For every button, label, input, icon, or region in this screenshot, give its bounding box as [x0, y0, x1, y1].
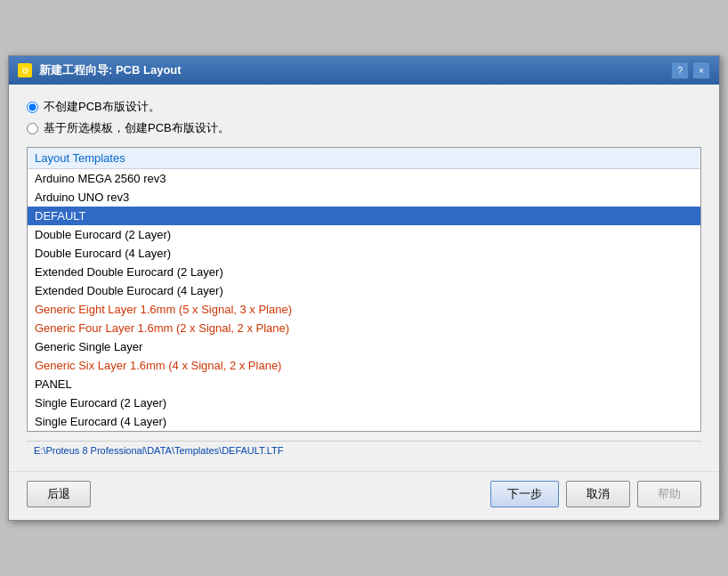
radio-from-template[interactable]: 基于所选模板，创建PCB布版设计。	[27, 120, 701, 136]
list-header: Layout Templates	[28, 148, 700, 169]
template-list-container[interactable]: Layout Templates Arduino MEGA 2560 rev3 …	[27, 147, 701, 432]
radio-no-pcb[interactable]: 不创建PCB布版设计。	[27, 99, 701, 115]
close-title-button[interactable]: ×	[692, 61, 710, 79]
list-item-single-eurocard-connector[interactable]: Single Eurocard with Connector	[28, 431, 700, 432]
radio-no-pcb-label: 不创建PCB布版设计。	[44, 99, 160, 115]
list-item-double-eurocard-4[interactable]: Double Eurocard (4 Layer)	[28, 244, 700, 263]
list-item-arduino-uno[interactable]: Arduino UNO rev3	[28, 188, 700, 207]
list-item-generic-six-layer[interactable]: Generic Six Layer 1.6mm (4 x Signal, 2 x…	[28, 356, 700, 375]
app-icon: ⚙	[18, 63, 32, 77]
back-button[interactable]: 后退	[27, 481, 91, 507]
help-button[interactable]: 帮助	[637, 481, 701, 507]
list-item-generic-eight-layer[interactable]: Generic Eight Layer 1.6mm (5 x Signal, 3…	[28, 300, 700, 319]
button-group-right: 下一步 取消 帮助	[490, 481, 701, 507]
list-item-double-eurocard-2[interactable]: Double Eurocard (2 Layer)	[28, 225, 700, 244]
radio-from-template-input[interactable]	[27, 123, 38, 134]
title-bar-controls: ? ×	[671, 61, 710, 79]
list-item-default[interactable]: DEFAULT	[28, 207, 700, 225]
next-button[interactable]: 下一步	[490, 481, 559, 507]
list-item-single-eurocard-2[interactable]: Single Eurocard (2 Layer)	[28, 393, 700, 412]
list-item-single-eurocard-4[interactable]: Single Eurocard (4 Layer)	[28, 412, 700, 431]
title-bar: ⚙ 新建工程向导: PCB Layout ? ×	[9, 56, 719, 85]
list-item-extended-double-eurocard-2[interactable]: Extended Double Eurocard (2 Layer)	[28, 263, 700, 281]
list-item-extended-double-eurocard-4[interactable]: Extended Double Eurocard (4 Layer)	[28, 281, 700, 300]
dialog-title: 新建工程向导: PCB Layout	[39, 62, 182, 78]
title-bar-left: ⚙ 新建工程向导: PCB Layout	[18, 62, 182, 78]
list-item-generic-single-layer[interactable]: Generic Single Layer	[28, 337, 700, 356]
list-item-panel[interactable]: PANEL	[28, 375, 700, 393]
radio-group: 不创建PCB布版设计。 基于所选模板，创建PCB布版设计。	[27, 99, 701, 136]
list-item-arduino-mega[interactable]: Arduino MEGA 2560 rev3	[28, 169, 700, 188]
radio-from-template-label: 基于所选模板，创建PCB布版设计。	[44, 120, 230, 136]
help-title-button[interactable]: ?	[671, 61, 689, 79]
radio-no-pcb-input[interactable]	[27, 101, 38, 113]
dialog-window: ⚙ 新建工程向导: PCB Layout ? × 不创建PCB布版设计。 基于所…	[8, 55, 720, 521]
cancel-button[interactable]: 取消	[566, 481, 630, 507]
dialog-body: 不创建PCB布版设计。 基于所选模板，创建PCB布版设计。 Layout Tem…	[9, 85, 719, 471]
button-group-left: 后退	[27, 481, 91, 507]
button-bar: 后退 下一步 取消 帮助	[9, 471, 719, 520]
status-path: E:\Proteus 8 Professional\DATA\Templates…	[27, 441, 701, 460]
list-item-generic-four-layer[interactable]: Generic Four Layer 1.6mm (2 x Signal, 2 …	[28, 319, 700, 337]
